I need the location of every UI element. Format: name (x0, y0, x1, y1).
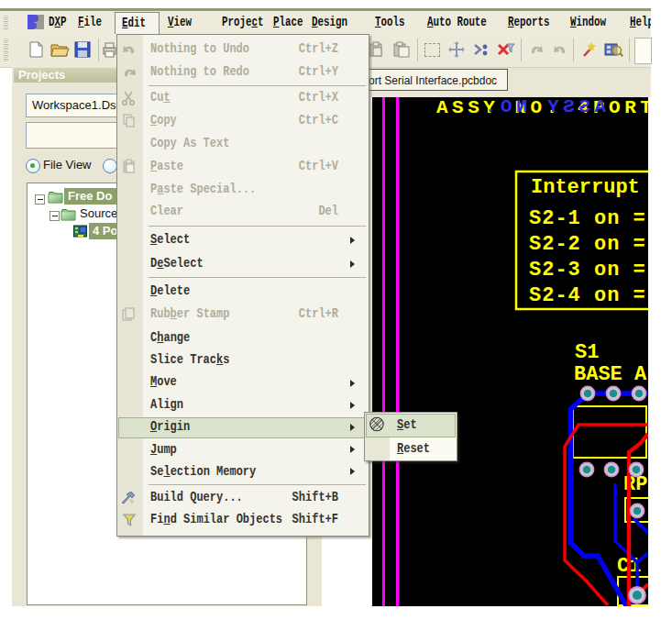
svg-text:ASSY NO.: ASSY NO. (480, 97, 606, 117)
svg-text:S1: S1 (575, 341, 599, 364)
svg-text:S2-4 on =: S2-4 on = (529, 284, 646, 307)
svg-text:S2-3 on =: S2-3 on = (529, 259, 646, 282)
svg-text:Interrupt: Interrupt (531, 176, 640, 199)
svg-text:S2-2 on =: S2-2 on = (529, 233, 646, 256)
svg-text:BASE A: BASE A (574, 363, 647, 386)
svg-text:S2-1 on =: S2-1 on = (529, 207, 646, 230)
